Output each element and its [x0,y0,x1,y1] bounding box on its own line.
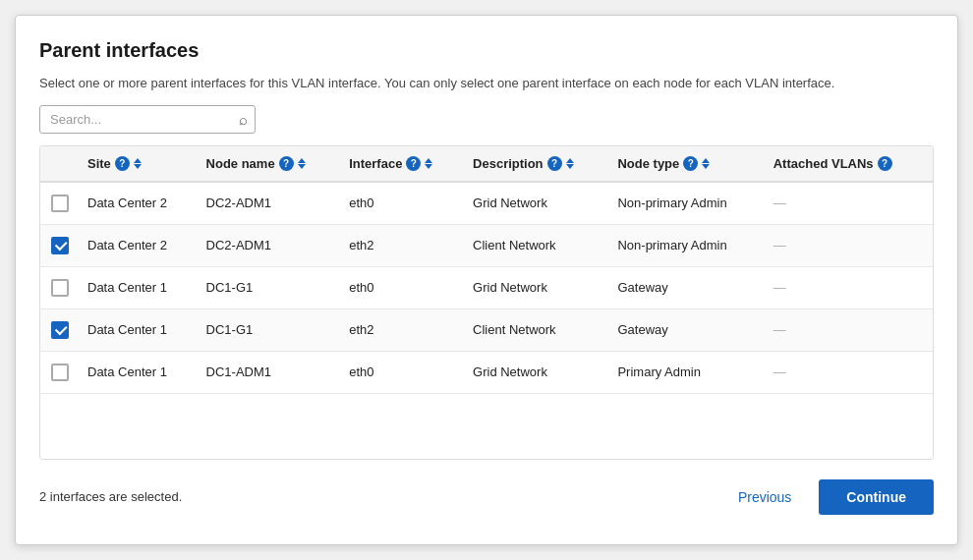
selected-count: 2 interfaces are selected. [39,489,182,504]
continue-button[interactable]: Continue [819,479,934,515]
row-attached-vlans: — [766,182,933,225]
interface-sort-icon[interactable] [425,158,432,169]
footer-actions: Previous Continue [734,479,934,515]
node-name-sort-icon[interactable] [298,158,306,169]
row-node-name: DC1-G1 [199,266,342,308]
site-help-icon[interactable]: ? [115,156,130,171]
row-description: Grid Network [465,351,609,393]
table-row: Data Center 2DC2-ADM1eth2Client NetworkN… [40,224,933,266]
attached-vlans-help-icon[interactable]: ? [878,156,892,171]
row-interface: eth2 [341,308,465,351]
row-checkbox[interactable] [51,195,69,212]
col-description-label: Description [473,156,544,171]
row-checkbox-cell [40,351,80,393]
modal-footer: 2 interfaces are selected. Previous Cont… [39,472,934,515]
col-node-name-label: Node name [206,156,275,171]
site-sort-icon[interactable] [134,158,142,169]
interface-help-icon[interactable]: ? [406,156,421,171]
search-input[interactable] [39,105,256,134]
table-row: Data Center 1DC1-G1eth0Grid NetworkGatew… [40,266,933,308]
table-body: Data Center 2DC2-ADM1eth0Grid NetworkNon… [40,182,933,394]
row-description: Grid Network [465,182,609,225]
col-site-label: Site [87,156,111,171]
col-node-type-label: Node type [617,156,679,171]
row-checkbox-cell [40,224,80,266]
interfaces-table-wrapper: Site ? Node name ? [39,145,934,460]
parent-interfaces-modal: Parent interfaces Select one or more par… [15,15,958,545]
row-node-type: Gateway [609,308,765,351]
row-interface: eth0 [341,266,465,308]
col-description: Description ? [465,146,609,182]
row-node-name: DC2-ADM1 [199,224,342,266]
row-interface: eth2 [341,224,465,266]
modal-description: Select one or more parent interfaces for… [39,74,934,93]
col-attached-vlans: Attached VLANs ? [766,146,933,182]
table-row: Data Center 2DC2-ADM1eth0Grid NetworkNon… [40,182,933,225]
row-node-type: Gateway [609,266,765,308]
row-site: Data Center 1 [80,308,199,351]
interfaces-table: Site ? Node name ? [40,146,933,394]
col-interface: Interface ? [341,146,465,182]
row-description: Client Network [465,308,609,351]
col-site: Site ? [80,146,199,182]
row-node-name: DC1-G1 [199,308,342,351]
modal-title: Parent interfaces [39,39,934,62]
node-type-sort-icon[interactable] [702,158,710,169]
table-row: Data Center 1DC1-G1eth2Client NetworkGat… [40,308,933,351]
row-attached-vlans: — [766,351,933,393]
row-attached-vlans: — [766,266,933,308]
table-header-row: Site ? Node name ? [40,146,933,182]
row-description: Grid Network [465,266,609,308]
row-description: Client Network [465,224,609,266]
row-site: Data Center 1 [80,351,199,393]
previous-button[interactable]: Previous [734,481,795,513]
row-site: Data Center 2 [80,224,199,266]
row-interface: eth0 [341,351,465,393]
search-container: ⌕ [39,105,256,134]
node-type-help-icon[interactable]: ? [683,156,698,171]
col-checkbox [40,146,80,182]
row-interface: eth0 [341,182,465,225]
row-node-name: DC1-ADM1 [199,351,342,393]
row-node-type: Non-primary Admin [609,182,765,225]
row-checkbox[interactable] [51,321,69,339]
row-checkbox[interactable] [51,364,69,381]
col-interface-label: Interface [349,156,402,171]
row-site: Data Center 1 [80,266,199,308]
description-sort-icon[interactable] [566,158,574,169]
row-checkbox[interactable] [51,279,69,297]
node-name-help-icon[interactable]: ? [279,156,294,171]
row-checkbox-cell [40,182,80,225]
row-attached-vlans: — [766,308,933,351]
row-node-type: Non-primary Admin [609,224,765,266]
row-node-name: DC2-ADM1 [199,182,342,225]
row-checkbox[interactable] [51,237,69,254]
row-node-type: Primary Admin [609,351,765,393]
table-row: Data Center 1DC1-ADM1eth0Grid NetworkPri… [40,351,933,393]
row-attached-vlans: — [766,224,933,266]
row-checkbox-cell [40,266,80,308]
description-help-icon[interactable]: ? [547,156,562,171]
col-node-type: Node type ? [609,146,765,182]
col-attached-vlans-label: Attached VLANs [773,156,874,171]
col-node-name: Node name ? [199,146,342,182]
row-checkbox-cell [40,308,80,351]
row-site: Data Center 2 [80,182,199,225]
